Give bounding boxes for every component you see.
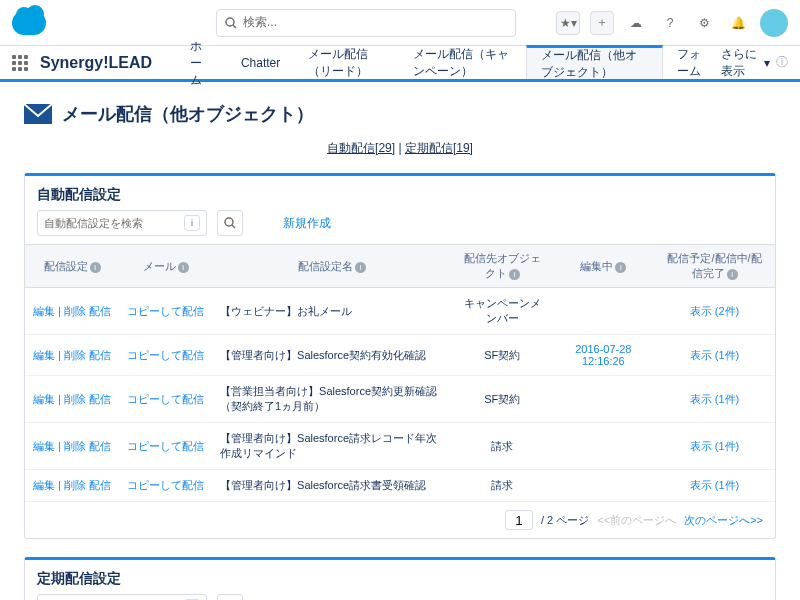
auto-filter-input[interactable]: 自動配信設定を検索 i xyxy=(37,210,207,236)
global-header: 検索... ★▾ ＋ ☁ ? ⚙ 🔔 xyxy=(0,0,800,46)
auto-table: 配信設定i メールi 配信設定名i 配信先オブジェクトi 編集中i 配信予定/配… xyxy=(25,244,775,502)
auto-panel: 自動配信設定 自動配信設定を検索 i 新規作成 配信設定i メールi 配信設定名… xyxy=(24,173,776,539)
cell-status: 表示 (1件) xyxy=(654,470,775,502)
nav-tab-mail-campaign[interactable]: メール配信（キャンペーン） xyxy=(399,46,526,79)
nav-tabs: ホーム Chatter メール配信（リード） メール配信（キャンペーン） メール… xyxy=(176,46,721,79)
cell-name: 【ウェビナー】お礼メール xyxy=(212,288,452,335)
cell-name: 【営業担当者向け】Salesforce契約更新確認（契約終了1ヵ月前） xyxy=(212,376,452,423)
deliver-link[interactable]: 配信 xyxy=(89,393,111,405)
deliver-link[interactable]: 配信 xyxy=(89,479,111,491)
pager-total: / 2 ページ xyxy=(541,513,589,528)
th-name: 配信設定名i xyxy=(212,245,452,288)
delete-link[interactable]: 削除 xyxy=(64,349,86,361)
th-mail: メールi xyxy=(119,245,212,288)
cell-name: 【管理者向け】Salesforce契約有効化確認 xyxy=(212,335,452,376)
cloud-icon[interactable]: ☁ xyxy=(624,11,648,35)
copy-link[interactable]: コピーして配信 xyxy=(127,479,204,491)
row-config-actions: 編集 | 削除 配信 xyxy=(25,470,119,502)
svg-line-4 xyxy=(232,225,235,228)
cell-editing: 2016-07-28 12:16:26 xyxy=(553,335,655,376)
nav-tab-mail-other[interactable]: メール配信（他オブジェクト） xyxy=(526,45,663,79)
cell-editing xyxy=(553,376,655,423)
delete-link[interactable]: 削除 xyxy=(64,393,86,405)
table-row: 編集 | 削除 配信コピーして配信【管理者向け】Salesforce請求書受領確… xyxy=(25,470,775,502)
nav-tab-home[interactable]: ホーム xyxy=(176,46,227,79)
cell-editing xyxy=(553,288,655,335)
salesforce-logo xyxy=(12,11,46,35)
sublink-auto[interactable]: 自動配信[29] xyxy=(327,141,395,155)
help-icon[interactable]: ? xyxy=(658,11,682,35)
app-launcher-icon[interactable] xyxy=(12,55,28,71)
deliver-link[interactable]: 配信 xyxy=(89,440,111,452)
pager-prev[interactable]: <<前のページへ xyxy=(597,513,676,528)
cell-editing xyxy=(553,423,655,470)
nav-more[interactable]: さらに表示 ▾ ⓘ xyxy=(721,46,788,80)
auto-search-button[interactable] xyxy=(217,210,243,236)
row-config-actions: 編集 | 削除 配信 xyxy=(25,376,119,423)
delete-link[interactable]: 削除 xyxy=(64,305,86,317)
cell-target: 請求 xyxy=(452,423,553,470)
auto-new-button[interactable]: 新規作成 xyxy=(283,215,331,232)
notification-bell-icon[interactable]: 🔔 xyxy=(726,11,750,35)
row-mail-actions: コピーして配信 xyxy=(119,423,212,470)
pager-current[interactable] xyxy=(505,510,533,530)
auto-panel-title: 自動配信設定 xyxy=(37,186,763,204)
page-title: メール配信（他オブジェクト） xyxy=(62,102,314,126)
periodic-search-button[interactable] xyxy=(217,594,243,600)
th-editing: 編集中i xyxy=(553,245,655,288)
periodic-filter-input[interactable]: 定期配信設定を検索 i xyxy=(37,594,207,600)
header-actions: ★▾ ＋ ☁ ? ⚙ 🔔 xyxy=(556,9,788,37)
copy-link[interactable]: コピーして配信 xyxy=(127,305,204,317)
svg-point-0 xyxy=(226,18,234,26)
table-row: 編集 | 削除 配信コピーして配信【営業担当者向け】Salesforce契約更新… xyxy=(25,376,775,423)
copy-link[interactable]: コピーして配信 xyxy=(127,349,204,361)
delete-link[interactable]: 削除 xyxy=(64,440,86,452)
auto-pager: / 2 ページ <<前のページへ 次のページへ>> xyxy=(25,502,775,538)
periodic-panel: 定期配信設定 定期配信設定を検索 i 新規作成 配信設定i メールi 配信設定名… xyxy=(24,557,776,600)
app-nav: Synergy!LEAD ホーム Chatter メール配信（リード） メール配… xyxy=(0,46,800,82)
cell-editing xyxy=(553,470,655,502)
edit-link[interactable]: 編集 xyxy=(33,349,55,361)
user-avatar[interactable] xyxy=(760,9,788,37)
table-row: 編集 | 削除 配信コピーして配信【管理者向け】Salesforce請求レコード… xyxy=(25,423,775,470)
search-icon xyxy=(225,17,237,29)
svg-point-3 xyxy=(225,218,233,226)
svg-line-1 xyxy=(233,25,236,28)
cell-target: キャンペーンメンバー xyxy=(452,288,553,335)
nav-tab-form[interactable]: フォーム xyxy=(663,46,722,79)
nav-tab-chatter[interactable]: Chatter xyxy=(227,46,294,79)
setup-gear-icon[interactable]: ⚙ xyxy=(692,11,716,35)
cell-target: SF契約 xyxy=(452,335,553,376)
global-search[interactable]: 検索... xyxy=(216,9,516,37)
mail-icon xyxy=(24,104,52,124)
page-title-row: メール配信（他オブジェクト） xyxy=(24,102,776,126)
cell-status: 表示 (2件) xyxy=(654,288,775,335)
row-config-actions: 編集 | 削除 配信 xyxy=(25,423,119,470)
row-config-actions: 編集 | 削除 配信 xyxy=(25,288,119,335)
edit-link[interactable]: 編集 xyxy=(33,393,55,405)
nav-tab-mail-lead[interactable]: メール配信（リード） xyxy=(294,46,398,79)
row-config-actions: 編集 | 削除 配信 xyxy=(25,335,119,376)
delete-link[interactable]: 削除 xyxy=(64,479,86,491)
favorites-icon[interactable]: ★▾ xyxy=(556,11,580,35)
sub-links: 自動配信[29] | 定期配信[19] xyxy=(24,140,776,157)
deliver-link[interactable]: 配信 xyxy=(89,305,111,317)
deliver-link[interactable]: 配信 xyxy=(89,349,111,361)
add-icon[interactable]: ＋ xyxy=(590,11,614,35)
th-target: 配信先オブジェクトi xyxy=(452,245,553,288)
clear-icon[interactable]: i xyxy=(184,215,200,231)
copy-link[interactable]: コピーして配信 xyxy=(127,440,204,452)
edit-link[interactable]: 編集 xyxy=(33,440,55,452)
search-placeholder: 検索... xyxy=(243,14,277,31)
cell-status: 表示 (1件) xyxy=(654,376,775,423)
sublink-periodic[interactable]: 定期配信[19] xyxy=(405,141,473,155)
row-mail-actions: コピーして配信 xyxy=(119,470,212,502)
row-mail-actions: コピーして配信 xyxy=(119,376,212,423)
cell-name: 【管理者向け】Salesforce請求書受領確認 xyxy=(212,470,452,502)
pager-next[interactable]: 次のページへ>> xyxy=(684,513,763,528)
copy-link[interactable]: コピーして配信 xyxy=(127,393,204,405)
th-status: 配信予定/配信中/配信完了i xyxy=(654,245,775,288)
edit-link[interactable]: 編集 xyxy=(33,305,55,317)
edit-link[interactable]: 編集 xyxy=(33,479,55,491)
th-config: 配信設定i xyxy=(25,245,119,288)
